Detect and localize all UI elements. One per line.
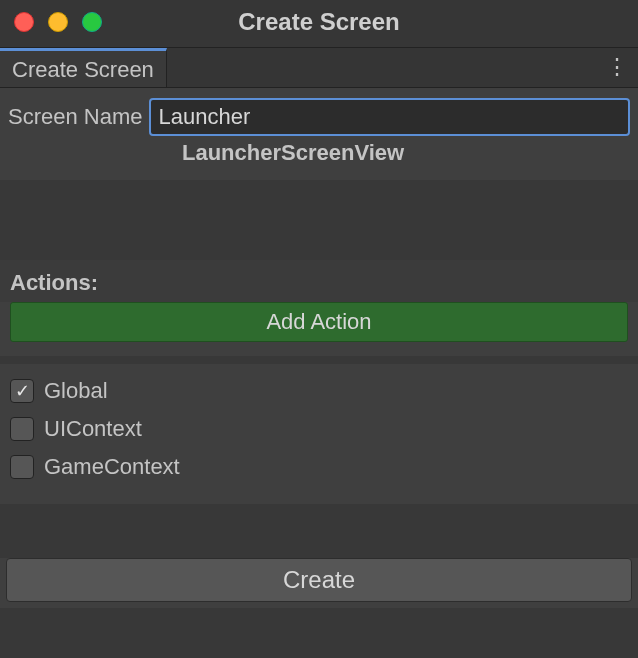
- window-controls: [0, 0, 116, 44]
- checkbox-row-uicontext: UIContext: [10, 410, 628, 448]
- screen-name-row: Screen Name: [0, 88, 638, 138]
- actions-section: Add Action: [0, 302, 638, 356]
- spacer: [0, 608, 638, 658]
- actions-heading-row: Actions:: [0, 260, 638, 302]
- generated-view-name: LauncherScreenView: [0, 138, 638, 180]
- spacer: [0, 180, 638, 260]
- window-root: Create Screen Create Screen ⋮ Screen Nam…: [0, 0, 638, 658]
- create-button[interactable]: Create: [6, 558, 632, 602]
- divider: [0, 356, 638, 364]
- tab-create-screen[interactable]: Create Screen: [0, 48, 167, 87]
- checkbox-global[interactable]: ✓: [10, 379, 34, 403]
- checkbox-label: Global: [44, 378, 108, 404]
- zoom-icon[interactable]: [82, 12, 102, 32]
- checkbox-label: UIContext: [44, 416, 142, 442]
- create-button-label: Create: [283, 566, 355, 594]
- add-action-button[interactable]: Add Action: [10, 302, 628, 342]
- checkbox-gamecontext[interactable]: [10, 455, 34, 479]
- panel-body: Screen Name LauncherScreenView Actions: …: [0, 88, 638, 658]
- checkbox-uicontext[interactable]: [10, 417, 34, 441]
- spacer: [0, 504, 638, 558]
- tab-bar: Create Screen ⋮: [0, 48, 638, 88]
- close-icon[interactable]: [14, 12, 34, 32]
- add-action-label: Add Action: [266, 309, 371, 335]
- checkbox-row-gamecontext: GameContext: [10, 448, 628, 486]
- actions-heading: Actions:: [10, 270, 98, 295]
- kebab-menu-icon[interactable]: ⋮: [606, 54, 628, 80]
- screen-name-input[interactable]: [149, 98, 630, 136]
- checkbox-row-global: ✓ Global: [10, 372, 628, 410]
- context-checkboxes: ✓ Global UIContext GameContext: [0, 364, 638, 504]
- titlebar: Create Screen: [0, 0, 638, 48]
- screen-name-label: Screen Name: [8, 104, 143, 130]
- checkbox-label: GameContext: [44, 454, 180, 480]
- minimize-icon[interactable]: [48, 12, 68, 32]
- tab-label: Create Screen: [12, 57, 154, 83]
